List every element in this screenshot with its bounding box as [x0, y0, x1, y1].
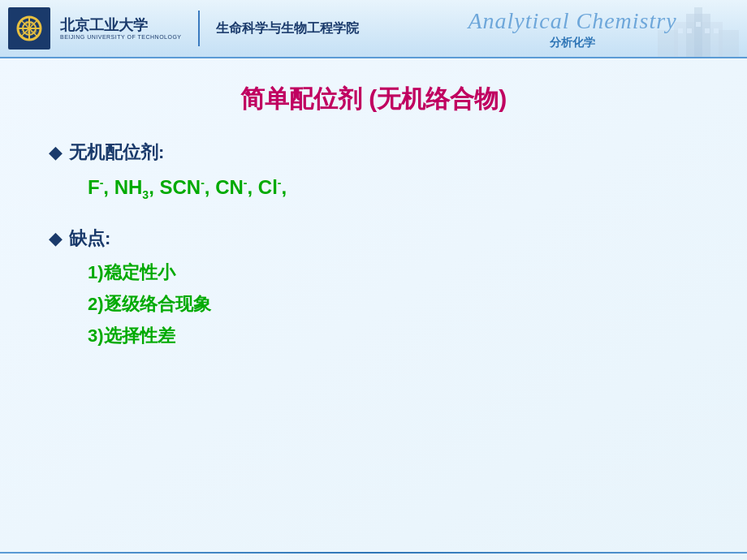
- svg-rect-15: [687, 28, 692, 33]
- svg-rect-18: [714, 28, 719, 33]
- bullet1: ◆: [49, 144, 63, 162]
- logo-box: 北京 工业大学: [8, 7, 50, 50]
- slide-title-container: 简单配位剂 (无机络合物): [49, 83, 698, 116]
- section1-header: ◆ 无机配位剂:: [49, 140, 698, 165]
- school-info: 北京工业大学 BEIJING UNIVERSITY OF TECHNOLOGY: [60, 17, 182, 41]
- svg-rect-16: [696, 22, 701, 27]
- section-disadvantages: ◆ 缺点: 1)稳定性小 2)逐级络合现象 3)选择性差: [49, 226, 698, 349]
- university-logo: 北京 工业大学: [8, 7, 50, 50]
- slide-content: 简单配位剂 (无机络合物) ◆ 无机配位剂: F-, NH3, SCN-, CN…: [0, 58, 747, 560]
- subtitle-cn: 分析化学: [468, 36, 676, 50]
- disadvantages-list: 1)稳定性小 2)逐级络合现象 3)选择性差: [49, 259, 698, 349]
- disadv-item-2: 2)逐级络合现象: [88, 291, 698, 317]
- ligand-list: F-, NH3, SCN-, CN-, Cl-,: [49, 173, 698, 204]
- svg-text:北京: 北京: [24, 20, 34, 26]
- disadv-item-1: 1)稳定性小: [88, 259, 698, 286]
- university-name: 北京工业大学: [60, 17, 182, 35]
- header: 北京 工业大学 北京工业大学 BEIJING UNIVERSITY OF TEC…: [0, 0, 747, 58]
- section2-header: ◆ 缺点:: [49, 226, 698, 251]
- disadv-item-3: 3)选择性差: [88, 322, 698, 349]
- bullet2: ◆: [49, 230, 63, 248]
- section-ligands: ◆ 无机配位剂: F-, NH3, SCN-, CN-, Cl-,: [49, 140, 698, 204]
- analytical-chemistry-title: Analytical Chemistry: [468, 8, 676, 33]
- svg-rect-13: [719, 30, 739, 58]
- section1-label: 无机配位剂:: [69, 140, 164, 165]
- header-right: Analytical Chemistry 分析化学: [398, 0, 747, 58]
- header-divider: [198, 11, 200, 46]
- header-left: 北京 工业大学 北京工业大学 BEIJING UNIVERSITY OF TEC…: [0, 7, 359, 50]
- svg-text:工业大学: 工业大学: [21, 29, 37, 34]
- svg-rect-17: [705, 28, 710, 33]
- svg-rect-11: [694, 7, 702, 58]
- footer-line: [0, 552, 747, 554]
- section2-label: 缺点:: [69, 226, 110, 251]
- svg-rect-14: [678, 28, 683, 33]
- slide-title: 简单配位剂 (无机络合物): [240, 85, 507, 112]
- university-name-en: BEIJING UNIVERSITY OF TECHNOLOGY: [60, 34, 182, 40]
- college-name: 生命科学与生物工程学院: [216, 20, 359, 37]
